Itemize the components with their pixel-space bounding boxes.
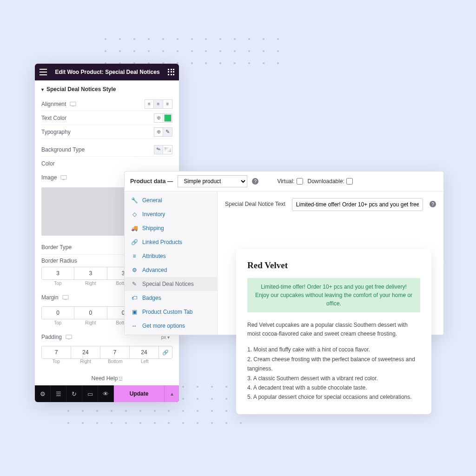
sidebar-item-get-more-options[interactable]: ↔Get more options bbox=[125, 319, 217, 333]
help-icon[interactable]: ? bbox=[430, 201, 436, 207]
responsive-mode-icon[interactable]: ▭ bbox=[82, 385, 98, 402]
svg-rect-3 bbox=[63, 179, 65, 180]
sidebar-item-label: Attributes bbox=[142, 253, 166, 259]
padding-bottom[interactable] bbox=[100, 346, 129, 358]
hamburger-icon[interactable] bbox=[40, 69, 47, 75]
sidebar-item-label: Product Custom Tab bbox=[142, 309, 193, 315]
decorative-dots-top bbox=[105, 38, 281, 64]
product-title: Red Velvet bbox=[247, 260, 420, 271]
padding-inputs: 🔗 bbox=[41, 346, 172, 359]
virtual-checkbox[interactable] bbox=[297, 178, 303, 185]
sidebar-item-icon: 🏷 bbox=[131, 295, 138, 301]
row-alignment: Alignment ≡ ≡ ≡ bbox=[41, 97, 172, 111]
sidebar-item-label: Linked Products bbox=[142, 239, 182, 245]
sidebar-item-linked-products[interactable]: 🔗Linked Products bbox=[125, 235, 217, 249]
link-values-icon[interactable]: 🔗 bbox=[159, 346, 172, 358]
product-data-label: Product data — bbox=[130, 178, 173, 185]
sidebar-item-general[interactable]: 🔧General bbox=[125, 193, 217, 207]
feature-item: A classic Southern dessert with a vibran… bbox=[247, 374, 420, 383]
special-deal-notice-input[interactable] bbox=[292, 198, 423, 211]
update-button[interactable]: Update bbox=[114, 385, 164, 402]
border-radius-top[interactable] bbox=[42, 267, 74, 279]
sidebar-item-icon: ✎ bbox=[131, 281, 138, 287]
global-typography-button[interactable]: ⊕ bbox=[154, 127, 163, 137]
responsive-icon[interactable] bbox=[62, 295, 69, 300]
sidebar-item-attributes[interactable]: ≡Attributes bbox=[125, 249, 217, 263]
feature-item: Moist and fluffy cake with a hint of coc… bbox=[247, 345, 420, 354]
align-center-button[interactable]: ≡ bbox=[154, 99, 163, 109]
row-color: Color bbox=[41, 157, 172, 171]
product-preview-card: Red Velvet Limited-time offer! Order 10+… bbox=[236, 249, 431, 414]
svg-rect-2 bbox=[61, 176, 66, 179]
sidebar-item-label: General bbox=[142, 197, 162, 204]
feature-item: A decadent treat with a subtle chocolate… bbox=[247, 383, 420, 392]
special-deal-notice: Limited-time offer! Order 10+ pcs and yo… bbox=[247, 278, 420, 312]
alignment-buttons: ≡ ≡ ≡ bbox=[145, 99, 172, 109]
sidebar-item-icon: ⚙ bbox=[131, 267, 138, 273]
margin-right[interactable] bbox=[74, 307, 106, 319]
history-icon[interactable]: ↻ bbox=[66, 385, 82, 402]
padding-right[interactable] bbox=[71, 346, 100, 358]
responsive-icon[interactable] bbox=[66, 334, 72, 340]
responsive-icon[interactable] bbox=[60, 175, 67, 180]
svg-rect-0 bbox=[70, 102, 76, 106]
label-padding: Padding bbox=[41, 334, 62, 340]
label-border-type: Border Type bbox=[41, 244, 72, 251]
sidebar-item-label: Get more options bbox=[142, 323, 185, 329]
align-right-button[interactable]: ≡ bbox=[163, 99, 172, 109]
apps-grid-icon[interactable] bbox=[168, 69, 174, 75]
sidebar-item-icon: ↔ bbox=[131, 323, 138, 329]
padding-labels: TopRightBottomLeft bbox=[41, 359, 172, 364]
product-feature-list: Moist and fluffy cake with a hint of coc… bbox=[247, 345, 420, 402]
label-typography: Typography bbox=[41, 129, 71, 135]
row-background-type: Background Type bbox=[41, 143, 172, 157]
panel-header: Edit Woo Product: Special Deal Notices bbox=[35, 64, 179, 80]
section-title-text: Special Deal Notices Style bbox=[46, 86, 116, 93]
sidebar-item-icon: ◇ bbox=[131, 211, 138, 218]
color-swatch-button[interactable] bbox=[163, 113, 172, 123]
panel-footer: ⚙ ☰ ↻ ▭ 👁 Update ▴ bbox=[35, 385, 179, 402]
downloadable-checkbox-label[interactable]: Downloadable: bbox=[308, 178, 353, 185]
sidebar-item-label: Advanced bbox=[142, 267, 167, 273]
sidebar-item-label: Shipping bbox=[142, 225, 164, 231]
svg-rect-5 bbox=[64, 299, 66, 300]
product-data-sidebar: 🔧General◇Inventory🚚Shipping🔗Linked Produ… bbox=[125, 192, 218, 335]
help-icon[interactable]: ? bbox=[252, 178, 258, 185]
padding-top[interactable] bbox=[42, 346, 71, 358]
feature-item: Cream cheese frosting with the perfect b… bbox=[247, 355, 420, 374]
sidebar-item-icon: ▣ bbox=[131, 309, 138, 315]
need-help-link[interactable]: Need Help bbox=[41, 369, 172, 383]
sidebar-item-product-custom-tab[interactable]: ▣Product Custom Tab bbox=[125, 305, 217, 319]
preview-icon[interactable]: 👁 bbox=[98, 385, 114, 402]
navigator-icon[interactable]: ☰ bbox=[51, 385, 66, 402]
label-margin: Margin bbox=[41, 294, 59, 301]
field-label: Special Deal Notice Text bbox=[225, 198, 285, 207]
svg-rect-6 bbox=[66, 335, 72, 339]
bg-gradient-button[interactable] bbox=[163, 145, 172, 154]
sidebar-item-special-deal-notices[interactable]: ✎Special Deal Notices bbox=[125, 277, 217, 291]
sidebar-item-badges[interactable]: 🏷Badges bbox=[125, 291, 217, 305]
label-text-color: Text Color bbox=[41, 115, 66, 121]
padding-left[interactable] bbox=[130, 346, 159, 358]
margin-top[interactable] bbox=[42, 307, 74, 319]
sidebar-item-icon: 🔗 bbox=[131, 239, 138, 245]
section-title[interactable]: Special Deal Notices Style bbox=[41, 86, 172, 93]
label-alignment: Alignment bbox=[41, 101, 66, 107]
sidebar-item-shipping[interactable]: 🚚Shipping bbox=[125, 221, 217, 235]
downloadable-checkbox[interactable] bbox=[346, 178, 353, 185]
settings-icon[interactable]: ⚙ bbox=[35, 385, 51, 402]
sidebar-item-inventory[interactable]: ◇Inventory bbox=[125, 207, 217, 221]
product-type-select[interactable]: Simple product bbox=[178, 175, 247, 187]
edit-typography-button[interactable] bbox=[163, 127, 172, 137]
gradient-icon bbox=[165, 147, 171, 152]
border-radius-right[interactable] bbox=[74, 267, 106, 279]
global-color-button[interactable]: ⊕ bbox=[154, 113, 163, 123]
align-left-button[interactable]: ≡ bbox=[145, 99, 154, 109]
virtual-checkbox-label[interactable]: Virtual: bbox=[277, 178, 303, 185]
sidebar-item-icon: 🚚 bbox=[131, 225, 138, 231]
responsive-icon[interactable] bbox=[70, 101, 76, 107]
update-options-chevron[interactable]: ▴ bbox=[164, 385, 179, 402]
bg-classic-button[interactable] bbox=[154, 145, 163, 154]
sidebar-item-advanced[interactable]: ⚙Advanced bbox=[125, 263, 217, 277]
panel-header-title: Edit Woo Product: Special Deal Notices bbox=[55, 69, 159, 75]
